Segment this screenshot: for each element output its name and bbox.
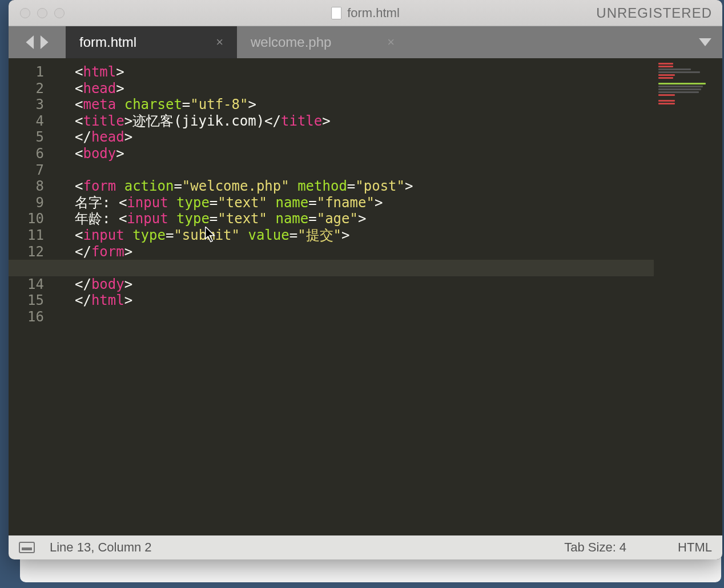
line-number: 9 — [9, 195, 44, 211]
line-number: 10 — [9, 211, 44, 227]
code-line: <title>迹忆客(jiyik.com)</title> — [75, 113, 654, 130]
line-number: 2 — [9, 80, 44, 97]
line-number: 7 — [9, 162, 44, 179]
window-controls — [9, 8, 65, 18]
code-line: </head> — [75, 129, 654, 146]
code-line: </html> — [75, 292, 654, 309]
code-line — [75, 162, 654, 179]
line-number: 12 — [9, 244, 44, 260]
window-title: form.html — [347, 6, 400, 21]
line-number: 3 — [9, 96, 44, 113]
nav-arrows — [9, 26, 66, 58]
tab-label: form.html — [79, 34, 193, 50]
line-number: 14 — [9, 276, 44, 293]
zoom-window-icon[interactable] — [54, 8, 65, 18]
code-editor[interactable]: <html> <head> <meta charset="utf-8"> <ti… — [54, 58, 654, 535]
line-number: 11 — [9, 227, 44, 244]
line-number: 6 — [9, 146, 44, 162]
unregistered-label: UNREGISTERED — [596, 5, 722, 21]
editor-area: 1 2 3 4 5 6 7 8 9 10 11 12 13 14 15 16 <… — [9, 58, 722, 535]
line-gutter[interactable]: 1 2 3 4 5 6 7 8 9 10 11 12 13 14 15 16 — [9, 58, 54, 535]
line-number: 16 — [9, 309, 44, 325]
title-center: form.html — [331, 6, 400, 21]
current-line-highlight — [9, 260, 654, 276]
code-line: <html> — [75, 64, 654, 80]
code-line: 名字: <input type="text" name="fname"> — [75, 195, 654, 211]
code-line — [75, 309, 654, 325]
code-line: <head> — [75, 80, 654, 97]
line-number: 1 — [9, 64, 44, 80]
minimap-content — [658, 63, 718, 104]
titlebar[interactable]: form.html UNREGISTERED — [9, 0, 722, 26]
code-line: </form> — [75, 244, 654, 260]
tab-welcome-php[interactable]: welcome.php × — [237, 26, 408, 58]
tab-bar: form.html × welcome.php × — [9, 26, 722, 58]
line-number: 8 — [9, 178, 44, 195]
tab-label: welcome.php — [251, 34, 364, 50]
syntax-mode[interactable]: HTML — [678, 540, 712, 555]
code-line: <input type="submit" value="提交"> — [75, 227, 654, 244]
back-icon[interactable] — [26, 35, 36, 49]
code-line: <form action="welcome.php" method="post"… — [75, 178, 654, 195]
tab-overflow[interactable] — [688, 26, 722, 58]
minimize-window-icon[interactable] — [37, 8, 47, 18]
close-tab-icon[interactable]: × — [364, 35, 395, 50]
line-number: 15 — [9, 292, 44, 309]
tab-size[interactable]: Tab Size: 4 — [564, 540, 626, 555]
panel-toggle-icon[interactable] — [19, 542, 35, 553]
editor-window: form.html UNREGISTERED form.html × welco… — [9, 0, 722, 559]
minimap[interactable] — [654, 58, 722, 535]
cursor-position[interactable]: Line 13, Column 2 — [50, 540, 152, 555]
close-tab-icon[interactable]: × — [193, 35, 223, 50]
code-line: 年龄: <input type="text" name="age"> — [75, 211, 654, 227]
code-line: <meta charset="utf-8"> — [75, 96, 654, 113]
line-number: 5 — [9, 129, 44, 146]
code-line: <body> — [75, 146, 654, 162]
code-line: </body> — [75, 276, 654, 293]
status-bar: Line 13, Column 2 Tab Size: 4 HTML — [9, 535, 722, 559]
line-number: 4 — [9, 113, 44, 130]
tab-form-html[interactable]: form.html × — [66, 26, 237, 58]
chevron-down-icon — [699, 38, 711, 46]
forward-icon[interactable] — [38, 35, 49, 49]
document-icon — [331, 7, 341, 19]
close-window-icon[interactable] — [20, 8, 30, 18]
